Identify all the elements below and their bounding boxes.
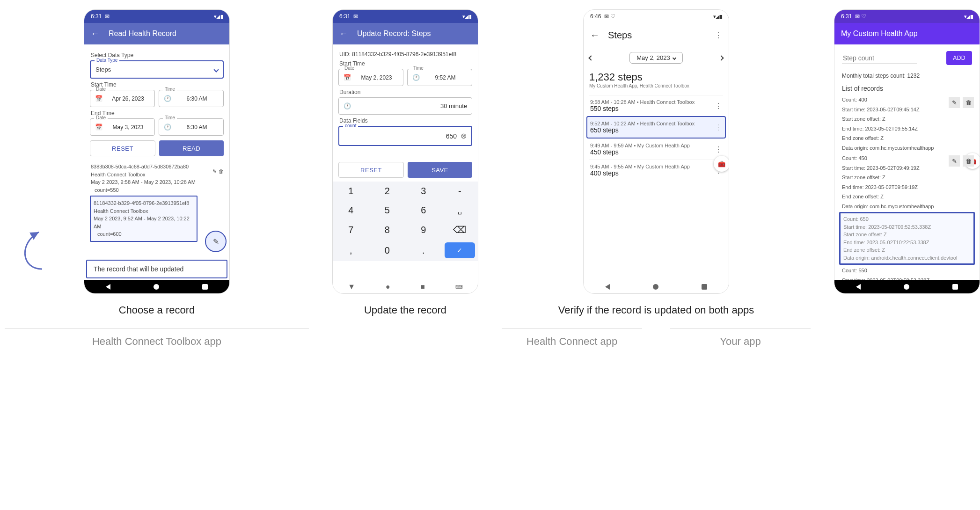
delete-icon[interactable]: 🗑 (963, 155, 974, 167)
divider (670, 328, 811, 329)
list-title: List of records (842, 85, 972, 92)
sub-caption: Health Connect Toolbox app (92, 335, 221, 348)
key-9[interactable]: 9 (405, 220, 442, 240)
record-block: Count: 400Start time: 2023-05-02T09:45:1… (842, 95, 972, 153)
calendar-icon: 📅 (95, 95, 102, 102)
calendar-icon: 📅 (95, 124, 102, 131)
record-item-selected: 81184332-b329-4f05-8796-2e3913951ef8 Hea… (90, 196, 197, 242)
monthly-total: Monthly total steps count: 1232 (842, 73, 972, 79)
key-done[interactable]: ✓ (445, 242, 475, 258)
steps-entry[interactable]: 9:58 AM - 10:28 AM • Health Connect Tool… (589, 95, 723, 116)
status-bar: 6:31 ✉ ▾◢ ▮ (84, 10, 229, 23)
nav-home-icon[interactable] (154, 284, 159, 290)
total-steps: 1,232 steps (589, 71, 723, 83)
key-space[interactable]: ␣ (442, 201, 478, 220)
step-count-input[interactable] (842, 52, 917, 64)
end-time-label: End Time (91, 110, 223, 117)
steps-entry[interactable]: 9:49 AM - 9:59 AM • My Custom Health App… (589, 138, 723, 160)
clear-icon[interactable]: ⊗ (461, 131, 467, 140)
subtitle: My Custom Health App, Health Connect Too… (589, 83, 723, 88)
edit-icon[interactable]: ✎ (949, 97, 960, 108)
status-bar: 6:46 ✉ ♡ ▾◢ ▮ (584, 10, 729, 23)
key-6[interactable]: 6 (405, 201, 442, 220)
clock-icon: 🕐 (344, 102, 351, 109)
count-input[interactable]: count 650 ⊗ (338, 126, 472, 146)
start-date-input[interactable]: Date 📅 Apr 26, 2023 (90, 90, 155, 107)
nav-bar: ▼ ● ■ ⌨ (333, 280, 478, 293)
more-icon[interactable]: ⋮ (715, 145, 722, 154)
nav-back-icon[interactable] (605, 284, 610, 290)
date-input[interactable]: Date 📅 May 2, 2023 (338, 69, 403, 86)
more-icon[interactable]: ⋮ (715, 123, 722, 132)
more-icon[interactable]: ⋮ (715, 31, 722, 40)
nav-back-icon[interactable]: ▼ (348, 283, 355, 291)
clock-icon: 🕐 (412, 74, 420, 81)
key-dot[interactable]: . (405, 240, 442, 261)
back-icon[interactable]: ← (91, 29, 99, 39)
key-7[interactable]: 7 (333, 220, 369, 240)
keyboard-icon[interactable]: ⌨ (455, 284, 463, 290)
steps-entry[interactable]: 9:45 AM - 9:55 AM • My Custom Health App… (589, 160, 723, 181)
divider (502, 328, 642, 329)
back-icon[interactable]: ← (590, 30, 600, 41)
back-icon[interactable]: ← (339, 29, 348, 39)
delete-icon[interactable]: 🗑 (219, 168, 224, 175)
key-2[interactable]: 2 (369, 182, 406, 201)
end-time-input[interactable]: Time 🕐 6:30 AM (159, 118, 224, 136)
clock-icon: 🕐 (164, 95, 171, 102)
nav-back-icon[interactable] (856, 284, 861, 290)
caption: Verify if the record is updated on both … (558, 304, 754, 316)
read-button[interactable]: READ (159, 140, 224, 156)
nav-recent-icon[interactable] (952, 284, 958, 290)
key-0[interactable]: 0 (369, 240, 406, 261)
key-3[interactable]: 3 (405, 182, 442, 201)
key-8[interactable]: 8 (369, 220, 406, 240)
more-icon[interactable]: ⋮ (715, 102, 722, 110)
nav-back-icon[interactable] (106, 284, 110, 290)
datatype-select[interactable]: Data Type Steps (90, 60, 224, 79)
calendar-icon: 📅 (344, 74, 351, 81)
app-bar: ← Update Record: Steps (333, 23, 478, 44)
edit-icon[interactable]: ✎ (949, 155, 960, 167)
end-date-input[interactable]: Date 📅 May 3, 2023 (90, 118, 155, 136)
next-day-icon[interactable] (718, 55, 724, 60)
key-1[interactable]: 1 (333, 182, 369, 201)
toolbox-fab[interactable]: 🧰 (714, 156, 729, 172)
key-backspace[interactable]: ⌫ (442, 220, 478, 240)
screen: UID: 81184332-b329-4f05-8796-2e3913951ef… (333, 44, 478, 280)
key-5[interactable]: 5 (369, 201, 406, 220)
page-title: Read Health Record (109, 29, 176, 38)
column-4: 6:31 ✉ ♡ ▾◢ ▮ My Custom Health App ADD M… (834, 9, 980, 328)
key-4[interactable]: 4 (333, 201, 369, 220)
date-picker[interactable]: May 2, 2023 (629, 52, 683, 64)
duration-input[interactable]: 🕐 30 minute (338, 97, 472, 115)
nav-recent-icon[interactable] (702, 284, 707, 290)
screen: ADD Monthly total steps count: 1232 List… (834, 44, 980, 280)
reset-button[interactable]: RESET (338, 162, 404, 178)
steps-entry-highlighted[interactable]: 9:52 AM - 10:22 AM • Health Connect Tool… (586, 116, 726, 138)
time-input[interactable]: Time 🕐 9:52 AM (407, 69, 472, 86)
record-block: Count: 450Start time: 2023-05-02T09:49:1… (842, 153, 972, 211)
nav-home-icon[interactable] (904, 284, 909, 290)
add-button[interactable]: ADD (946, 51, 972, 65)
sub-caption: Your app (666, 335, 815, 348)
prev-day-icon[interactable] (588, 55, 593, 60)
delete-icon[interactable]: 🗑 (963, 97, 974, 108)
nav-recent-icon[interactable] (202, 284, 208, 290)
nav-home-icon[interactable] (653, 284, 658, 290)
stage: 6:31 ✉ ▾◢ ▮ ← Read Health Record Select … (9, 9, 971, 348)
reset-button[interactable]: RESET (90, 140, 155, 156)
save-button[interactable]: SAVE (408, 162, 472, 178)
column-1: 6:31 ✉ ▾◢ ▮ ← Read Health Record Select … (0, 9, 314, 348)
record-block-highlighted: Count: 650Start time: 2023-05-02T09:52:5… (839, 212, 975, 265)
key-comma[interactable]: , (333, 240, 369, 261)
app-bar: ← Read Health Record (84, 23, 229, 44)
nav-recent-icon[interactable]: ■ (420, 283, 425, 291)
edit-icon[interactable]: ✎ (212, 168, 217, 175)
edit-icon[interactable]: ✎ (213, 237, 219, 246)
key-dash[interactable]: - (442, 182, 478, 201)
record-item: 8383b308-50ca-4c68-a0d7-5d830672ba80 Hea… (90, 161, 224, 196)
nav-home-icon[interactable]: ● (386, 283, 390, 291)
start-time-input[interactable]: Time 🕐 6:30 AM (159, 90, 224, 107)
column-2: 6:31 ✉ ▾◢ ▮ ← Update Record: Steps UID: … (332, 9, 478, 328)
